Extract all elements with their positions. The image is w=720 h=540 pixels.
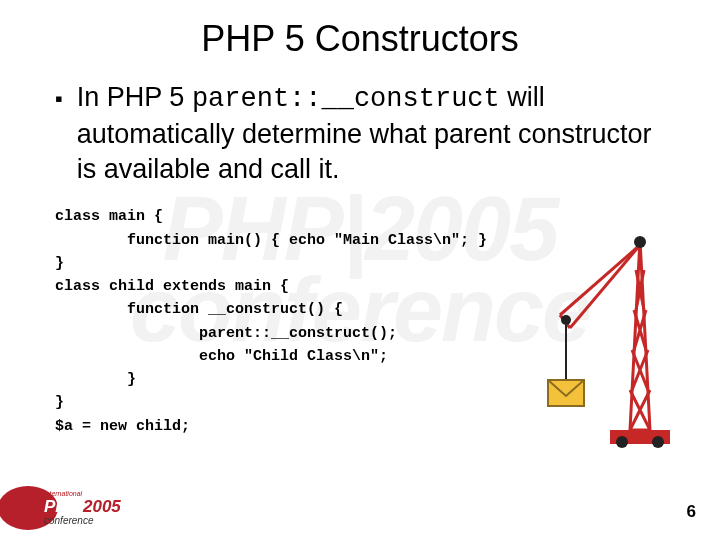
code-line: echo "Child Class\n"; (55, 348, 388, 365)
logo-line4: conference (44, 515, 94, 526)
crane-clipart-icon (540, 220, 680, 450)
svg-point-1 (616, 436, 628, 448)
code-line: function main() { echo "Main Class\n"; } (55, 232, 487, 249)
logo-line1: international (44, 490, 83, 497)
code-line: class main { (55, 208, 163, 225)
bullet-square-icon: ▪ (55, 84, 63, 115)
code-line: } (55, 371, 136, 388)
page-number: 6 (687, 502, 696, 522)
bullet-prefix: In PHP 5 (77, 82, 192, 112)
code-line: class child extends main { (55, 278, 289, 295)
svg-point-4 (561, 315, 571, 325)
code-line: $a = new child; (55, 418, 190, 435)
slide-title: PHP 5 Constructors (0, 0, 720, 80)
code-line: parent::__construct(); (55, 325, 397, 342)
bullet-item: ▪ In PHP 5 parent::__construct will auto… (55, 80, 670, 187)
logo-line2: PHP (44, 497, 80, 516)
svg-point-2 (652, 436, 664, 448)
logo-line3: 2005 (82, 497, 121, 516)
bullet-text: In PHP 5 parent::__construct will automa… (77, 80, 670, 187)
code-line: } (55, 255, 64, 272)
bullet-code: parent::__construct (192, 84, 500, 114)
code-line: function __construct() { (55, 301, 343, 318)
conference-logo: international PHP 2005 conference (0, 486, 170, 530)
bullet-block: ▪ In PHP 5 parent::__construct will auto… (0, 80, 720, 187)
svg-point-3 (634, 236, 646, 248)
code-line: } (55, 394, 64, 411)
